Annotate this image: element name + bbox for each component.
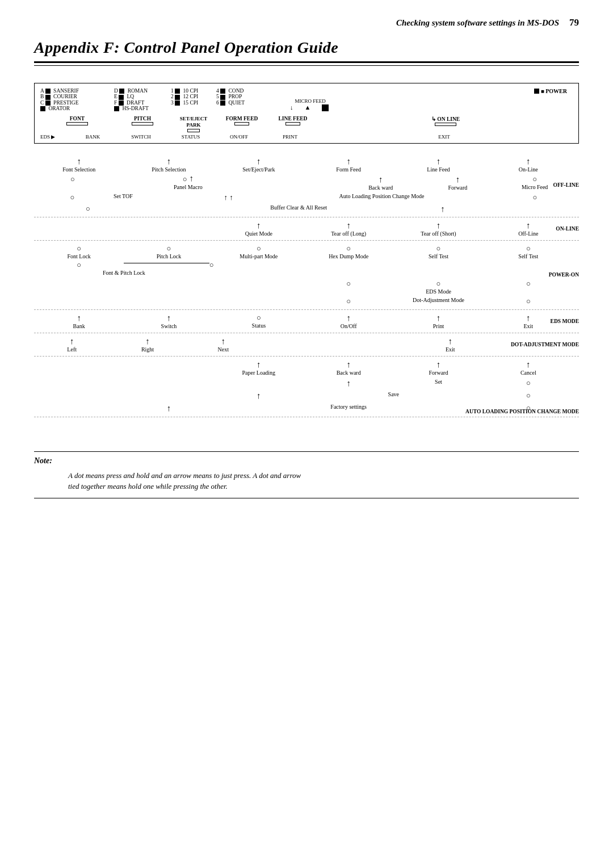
font-lock-circle: ○ <box>77 244 81 253</box>
set-eject-btn-group: SET/EJECTPARK <box>171 116 216 133</box>
poweron-onoff-arrow: ↑ <box>346 313 351 323</box>
font-lock-label: Font Lock <box>67 253 90 259</box>
switch-label: SWITCH <box>114 134 168 140</box>
font-pitch-lock-row: ○ ○ <box>34 261 573 270</box>
normal-mode-row1: ↑ Font Selection ↑ Pitch Selection ↑ Set… <box>34 154 579 217</box>
note-text: A dot means press and hold and an arrow … <box>68 470 579 492</box>
dotadj-empty2 <box>124 360 213 376</box>
exit-label: EXIT <box>316 134 573 140</box>
pitch-lock-label: Pitch Lock <box>157 253 182 259</box>
col-r3-1: ○ <box>34 193 111 202</box>
quiet-label: Quiet Mode <box>245 230 272 237</box>
offline-quiet: ↑ Quiet Mode <box>214 221 304 237</box>
dotadj-factory-arrow: ↑ <box>167 404 171 413</box>
offline-mode-row: ↑ Quiet Mode ↑ Tear off (Long) ↑ Tear of… <box>34 217 579 241</box>
poweron-exit-arrow: ↑ <box>526 313 531 323</box>
dotadj-row3: ↑ Save ○ <box>34 391 573 401</box>
poweron-print-arrow: ↑ <box>436 313 441 323</box>
normal-mode-cols-wrapper: ↑ Font Selection ↑ Pitch Selection ↑ Set… <box>34 157 573 214</box>
eds-label: EDS ▶ <box>40 134 72 140</box>
col-online: ↑ On-Line <box>484 157 573 173</box>
col-r2-empty <box>265 175 342 191</box>
online-op-label: On-Line <box>519 166 538 173</box>
font-labels: A SANSERIF B COURIER C PRESTIGE ORATOR <box>40 88 114 111</box>
dotadj-save: Save <box>304 391 484 401</box>
col-buffer-clear: Buffer Clear & All Reset ↑ <box>142 204 573 214</box>
fpl-empty <box>214 261 573 270</box>
offline-arrow: ↑ <box>526 221 531 230</box>
font-b: B COURIER <box>40 94 114 99</box>
print-label: PRINT <box>264 134 316 140</box>
pitch-sel-label: Pitch Selection <box>152 166 186 173</box>
micro-feed-down-arrow: ↓ <box>290 104 293 111</box>
offline-col1 <box>34 221 124 237</box>
fpl-right <box>214 270 573 276</box>
font-orator: ORATOR <box>40 106 114 111</box>
forward-arrow: ↑ <box>456 175 460 184</box>
font-sel-arrow: ↑ <box>77 157 81 166</box>
font-def-labels: D ROMAN E LQ F DRAFT HS-DRAFT <box>114 88 171 111</box>
panel-macro-circle: ○ <box>183 175 187 184</box>
form-feed-button[interactable] <box>234 122 249 125</box>
note-title: Note: <box>34 456 579 466</box>
normal-row1-cols: ↑ Font Selection ↑ Pitch Selection ↑ Set… <box>34 157 573 173</box>
set-eject-button[interactable] <box>187 129 200 132</box>
font-pitch-lock-label-row: Font & Pitch Lock <box>34 270 573 276</box>
font-button[interactable] <box>66 122 88 125</box>
micro-feed-arrows: ↓ ▲ <box>290 104 330 111</box>
dotadj-save-label: Save <box>388 391 399 397</box>
poweron-status: ○ Status <box>214 313 304 329</box>
quiet-arrow: ↑ <box>257 221 261 230</box>
panel-button-labels: FONT PITCH SET/EJECTPARK FORM FEED LINE … <box>40 116 573 133</box>
font-pitch-lock-label: Font & Pitch Lock <box>34 270 214 276</box>
eds-empty4 <box>337 337 412 353</box>
line-feed-button[interactable] <box>285 122 300 125</box>
normal-row4: ○ Buffer Clear & All Reset ↑ <box>34 204 573 214</box>
pitch-button[interactable] <box>132 122 153 125</box>
r4-circle: ○ <box>86 204 90 213</box>
online-btn-group: ↳ ON LINE <box>318 116 573 133</box>
font-hsdraft: HS-DRAFT <box>114 106 171 111</box>
panel-macro-label: Panel Macro <box>174 184 203 190</box>
micro-feed-square <box>322 104 330 111</box>
dotadj-backward: ↑ Back ward <box>304 360 393 376</box>
bank-label: BANK <box>72 134 114 140</box>
microfeed-label: Micro Feed <box>522 184 548 190</box>
edsmode-label: EDS MODE <box>551 318 579 324</box>
poweron-switch-arrow: ↑ <box>167 313 171 323</box>
eds-circle3: ○ <box>484 279 573 295</box>
pitch-btn-group: PITCH <box>114 116 171 133</box>
offline-col2 <box>124 221 213 237</box>
pitch-sel-arrow: ↑ <box>167 157 171 166</box>
dotadj-forward-label: Forward <box>429 370 448 376</box>
hexdump-label: Hex Dump Mode <box>329 253 368 259</box>
offline-tearoff-short: ↑ Tear off (Short) <box>393 221 483 237</box>
col-set-tof: Set TOF <box>111 193 190 202</box>
forward-label: Forward <box>448 184 467 191</box>
font-f: F DRAFT <box>114 100 171 106</box>
autoload-mode-label: AUTO LOADING POSITION CHANGE MODE <box>465 409 579 414</box>
fpl-circle1: ○ <box>34 261 124 270</box>
col-backward: ↑ Back ward <box>342 175 419 191</box>
font-a: A SANSERIF <box>40 88 114 94</box>
online-cols-wrapper: ○ Font Lock ○ Pitch Lock ○ Multi-part Mo… <box>34 244 573 306</box>
backward-arrow: ↑ <box>379 175 383 184</box>
status-label: STATUS <box>168 134 213 140</box>
eds-empty3 <box>261 337 337 353</box>
dotadj-rows: ↑ Paper Loading ↑ Back ward ↑ Forward ↑ … <box>34 357 579 417</box>
poweron-mode-row: ↑ Bank ↑ Switch ○ Status ↑ On/Off ↑ Pr <box>34 310 579 333</box>
font-label: FONT <box>70 116 85 121</box>
r3-circle-1: ○ <box>70 193 75 202</box>
poweron-switch-label: Switch <box>161 323 177 329</box>
col-multipart: ○ Multi-part Mode <box>214 244 304 259</box>
col-r2-1: ○ <box>34 175 111 191</box>
line-feed-btn-group: LINE FEED <box>267 116 318 133</box>
micro-feed-label: MICRO FEED <box>295 98 326 104</box>
online-button[interactable] <box>435 123 456 126</box>
pitch-6: 6 QUIET <box>216 100 256 106</box>
normal-row2-cols: ○ ○ ↑ Panel Macro ↑ Back ward <box>34 175 573 191</box>
title-rule-thick <box>34 61 579 63</box>
note-line1: A dot means press and hold and an arrow … <box>68 471 301 480</box>
eds-exit: ↑ Exit <box>413 337 488 353</box>
poweron-status-circle: ○ <box>257 313 261 322</box>
